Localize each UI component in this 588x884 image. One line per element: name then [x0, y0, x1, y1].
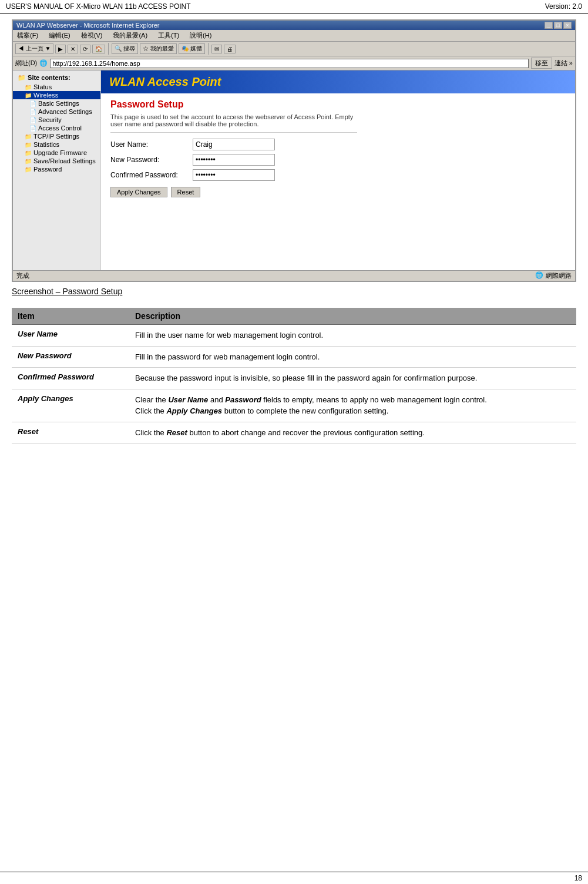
page-header-title: USER'S MANUAL OF X-Micro WLAN 11b ACCESS…: [6, 2, 191, 11]
doc-icon-access: 📄: [29, 125, 36, 132]
sidebar-label-status: Status: [33, 83, 52, 90]
address-input[interactable]: [50, 59, 529, 68]
close-button[interactable]: ×: [563, 22, 572, 29]
form-buttons: Apply Changes Reset: [110, 187, 566, 197]
browser-toolbar: ◀ 上一頁 ▼ ▶ ✕ ⟳ 🏠 🔍 搜尋 ☆ 我的最愛 🎭 媒體 ✉ 🖨: [13, 42, 575, 56]
confirm-password-row: Confirmed Password:: [110, 169, 566, 181]
sidebar-label-wireless: Wireless: [33, 92, 58, 99]
maximize-button[interactable]: □: [554, 22, 562, 29]
search-button[interactable]: 🔍 搜尋: [112, 43, 138, 54]
statusbar-zone-text: 網際網路: [546, 271, 572, 280]
sidebar-label-access-control: Access Control: [38, 125, 82, 132]
confirm-password-label: Confirmed Password:: [110, 171, 193, 179]
menu-file[interactable]: 檔案(F): [15, 31, 40, 41]
statusbar-icon: 🌐: [535, 271, 543, 280]
reset-button[interactable]: Reset: [171, 187, 201, 197]
sidebar-item-advanced-settings[interactable]: 📄 Advanced Settings: [13, 107, 100, 116]
menu-help[interactable]: 說明(H): [188, 31, 213, 41]
content-area: Password Setup This page is used to set …: [101, 93, 575, 203]
back-button[interactable]: ◀ 上一頁 ▼: [15, 43, 53, 54]
folder-icon-tcpip: 📁: [25, 133, 32, 140]
browser-title: WLAN AP Webserver - Microsoft Internet E…: [16, 22, 160, 29]
info-table: Item Description User NameFill in the us…: [12, 308, 576, 443]
minimize-button[interactable]: _: [545, 22, 553, 29]
folder-icon-stats: 📁: [25, 142, 32, 148]
ap-header: WLAN Access Point: [101, 70, 575, 93]
confirm-password-input[interactable]: [193, 169, 275, 181]
sidebar-title: 📁 Site contents:: [13, 73, 100, 83]
sidebar-item-tcpip[interactable]: 📁 TCP/IP Settings: [13, 132, 100, 140]
sidebar-item-access-control[interactable]: 📄 Access Control: [13, 124, 100, 132]
content-description: This page is used to set the account to …: [110, 113, 357, 133]
address-icon: 🌐: [39, 59, 48, 67]
table-row: ResetClick the Reset button to abort cha…: [12, 422, 576, 443]
folder-icon-status: 📁: [25, 84, 32, 90]
menu-view[interactable]: 檢視(V): [79, 31, 105, 41]
new-password-input[interactable]: [193, 154, 275, 166]
webpage-content: 📁 Site contents: 📁 Status 📁 Wireless 📄 B…: [13, 70, 575, 270]
toolbar-separator-1: [108, 43, 109, 55]
page-header-version: Version: 2.0: [545, 2, 582, 11]
sidebar-item-basic-settings[interactable]: 📄 Basic Settings: [13, 99, 100, 107]
banner-text: WLAN Access Point: [109, 75, 221, 88]
folder-icon-password: 📁: [25, 166, 32, 173]
username-row: User Name:: [110, 139, 566, 150]
username-input[interactable]: [193, 139, 275, 150]
statusbar-zone: 🌐 網際網路: [535, 271, 572, 280]
sidebar-label-password: Password: [33, 166, 62, 173]
doc-icon-advanced: 📄: [29, 109, 36, 115]
sidebar-item-security[interactable]: 📄 Security: [13, 116, 100, 124]
table-description-cell: Clear the User Name and Password fields …: [129, 389, 576, 422]
username-label: User Name:: [110, 140, 193, 149]
sidebar-item-upgrade[interactable]: 📁 Upgrade Firmware: [13, 149, 100, 157]
menu-tools[interactable]: 工具(T): [156, 31, 181, 41]
sidebar-item-wireless[interactable]: 📁 Wireless: [13, 91, 100, 99]
table-item-cell: Confirmed Password: [12, 368, 129, 389]
table-col1-header: Item: [12, 308, 129, 325]
address-links: 連結 »: [555, 59, 573, 68]
sidebar-label-statistics: Statistics: [33, 141, 59, 148]
favorites-button[interactable]: ☆ 我的最愛: [140, 43, 177, 54]
menu-favorites[interactable]: 我的最愛(A): [111, 31, 149, 41]
table-row: User NameFill in the user name for web m…: [12, 325, 576, 347]
new-password-label: New Password:: [110, 156, 193, 164]
folder-icon-wireless: 📁: [25, 92, 32, 99]
browser-window: WLAN AP Webserver - Microsoft Internet E…: [12, 19, 576, 282]
sidebar-item-statistics[interactable]: 📁 Statistics: [13, 140, 100, 149]
browser-menubar: 檔案(F) 編輯(E) 檢視(V) 我的最愛(A) 工具(T) 說明(H): [13, 30, 575, 42]
stop-button[interactable]: ✕: [68, 45, 78, 53]
refresh-button[interactable]: ⟳: [80, 45, 90, 53]
mail-button[interactable]: ✉: [211, 45, 222, 53]
table-item-cell: Reset: [12, 422, 129, 443]
browser-statusbar: 完成 🌐 網際網路: [13, 270, 575, 281]
sidebar: 📁 Site contents: 📁 Status 📁 Wireless 📄 B…: [13, 70, 101, 270]
sidebar-item-status[interactable]: 📁 Status: [13, 83, 100, 91]
table-description-cell: Fill in the user name for web management…: [129, 325, 576, 347]
statusbar-status: 完成: [16, 271, 29, 280]
table-row: New PasswordFill in the password for web…: [12, 346, 576, 368]
table-row: Apply ChangesClear the User Name and Pas…: [12, 389, 576, 422]
sidebar-label-security: Security: [38, 116, 62, 123]
address-go-button[interactable]: 移至: [531, 58, 552, 69]
page-number: 18: [574, 874, 582, 882]
toolbar-separator-2: [208, 43, 209, 55]
sidebar-label-upgrade: Upgrade Firmware: [33, 149, 87, 156]
address-label: 網址(D): [15, 59, 37, 68]
table-item-cell: User Name: [12, 325, 129, 347]
forward-button[interactable]: ▶: [55, 45, 66, 53]
screenshot-caption: Screenshot – Password Setup: [12, 287, 576, 296]
sidebar-item-save-reload[interactable]: 📁 Save/Reload Settings: [13, 157, 100, 165]
page-header: USER'S MANUAL OF X-Micro WLAN 11b ACCESS…: [0, 0, 588, 14]
print-button[interactable]: 🖨: [224, 45, 236, 53]
apply-changes-button[interactable]: Apply Changes: [110, 187, 167, 197]
media-button[interactable]: 🎭 媒體: [179, 43, 205, 54]
menu-edit[interactable]: 編輯(E): [47, 31, 72, 41]
browser-addressbar: 網址(D) 🌐 移至 連結 »: [13, 56, 575, 70]
table-col2-header: Description: [129, 308, 576, 325]
sidebar-label-basic-settings: Basic Settings: [38, 100, 79, 107]
main-content: WLAN AP Webserver - Microsoft Internet E…: [0, 14, 588, 455]
table-item-cell: Apply Changes: [12, 389, 129, 422]
sidebar-item-password[interactable]: 📁 Password: [13, 165, 100, 173]
browser-titlebar-buttons: _ □ ×: [545, 22, 572, 29]
home-button[interactable]: 🏠: [92, 45, 105, 53]
